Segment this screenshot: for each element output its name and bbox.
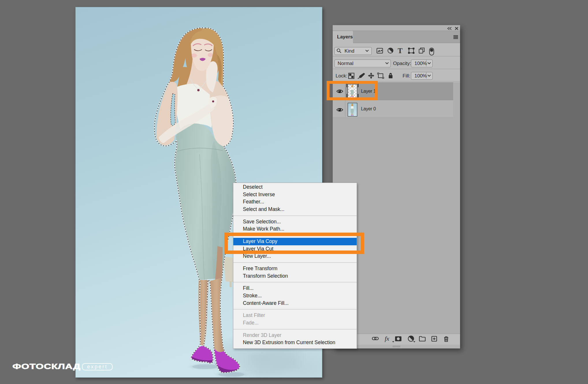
svg-text:T: T	[398, 47, 403, 55]
svg-text:fx: fx	[385, 335, 389, 342]
